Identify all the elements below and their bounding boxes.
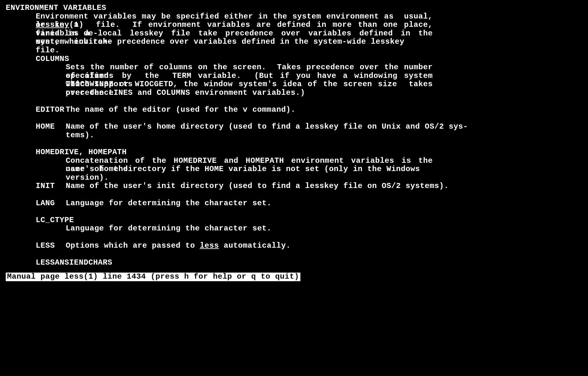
var-homedrive-name: HOMEDRIVE, HOMEPATH <box>36 148 588 157</box>
var-columns-name: COLUMNS <box>36 55 588 64</box>
intro-line-4: ment, which take precedence over variabl… <box>36 38 433 46</box>
var-init-name: INIT <box>36 182 66 191</box>
var-homedrive-desc-2: user's home directory if the HOME variab… <box>66 165 433 174</box>
var-columns-desc-3: TIOCGWINSZ or WIOCGETD, the window syste… <box>66 80 433 89</box>
var-lang: LANG Language for determining the charac… <box>36 199 588 208</box>
var-lessansiendchars-name: LESSANSIENDCHARS <box>36 259 588 267</box>
var-lang-desc: Language for determining the character s… <box>66 199 588 208</box>
var-columns-desc-4: over the LINES and COLUMNS environment v… <box>66 89 433 97</box>
var-editor-desc: The name of the editor (used for the v c… <box>66 106 588 114</box>
var-home: HOME Name of the user's home directory (… <box>36 123 588 131</box>
var-less: LESS Options which are passed to less au… <box>36 242 588 250</box>
lesskey-link: lesskey <box>36 20 69 29</box>
var-editor-name: EDITOR <box>36 106 66 114</box>
var-lang-name: LANG <box>36 199 66 208</box>
less-link: less <box>200 241 219 250</box>
var-editor: EDITOR The name of the editor (used for … <box>36 106 588 114</box>
var-lcctype-desc: Language for determining the character s… <box>66 224 433 233</box>
var-init: INIT Name of the user's init directory (… <box>36 182 588 191</box>
var-lcctype-name: LC_CTYPE <box>36 216 588 225</box>
var-home-desc-1: Name of the user's home directory (used … <box>66 123 588 131</box>
intro-line-3: fined in a local lesskey file take prece… <box>36 29 433 38</box>
var-homedrive-desc-1: Concatenation of the HOMEDRIVE and HOMEP… <box>66 157 433 165</box>
intro-line-2: lesskey(1) file. If environment variable… <box>36 21 433 29</box>
intro-line-1: Environment variables may be specified e… <box>36 12 433 21</box>
var-less-desc: Options which are passed to less automat… <box>66 242 588 250</box>
var-columns-desc-2: specified by the TERM variable. (But if … <box>66 72 433 80</box>
var-columns-desc-1: Sets the number of columns on the screen… <box>66 63 433 72</box>
section-header: ENVIRONMENT VARIABLES <box>6 4 588 12</box>
var-home-desc-2: tems). <box>66 131 433 140</box>
man-page-viewport[interactable]: ENVIRONMENT VARIABLES Environment variab… <box>0 0 588 267</box>
var-less-name: LESS <box>36 242 66 250</box>
var-home-name: HOME <box>36 123 66 131</box>
pager-status-bar[interactable]: Manual page less(1) line 1434 (press h f… <box>6 273 300 281</box>
var-init-desc: Name of the user's init directory (used … <box>66 182 588 191</box>
